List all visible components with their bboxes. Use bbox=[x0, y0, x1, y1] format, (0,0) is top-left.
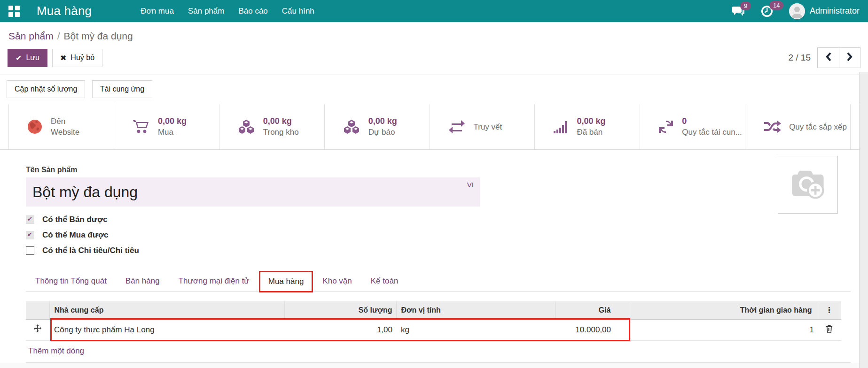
can-be-purchased-checkbox[interactable] bbox=[26, 231, 34, 239]
save-button[interactable]: ✔ Lưu bbox=[8, 49, 47, 67]
camera-plus-icon bbox=[788, 164, 828, 206]
globe-icon bbox=[27, 119, 43, 135]
add-line-link[interactable]: Thêm một dòng bbox=[28, 346, 84, 356]
product-name-value: Bột mỳ đa dụng bbox=[26, 177, 480, 207]
tab-ke-toan[interactable]: Kế toán bbox=[361, 271, 408, 291]
tab-kho-van[interactable]: Kho vận bbox=[313, 271, 361, 291]
trash-icon bbox=[826, 326, 833, 335]
stat-button-putaway-rules[interactable]: Quy tắc sắp xếp bbox=[745, 104, 851, 149]
discard-button[interactable]: ✖ Huỷ bỏ bbox=[52, 49, 102, 67]
pager-count: 2 / 15 bbox=[788, 53, 811, 63]
can-be-purchased-row: Có thể Mua được bbox=[26, 230, 868, 240]
messages-button[interactable]: 9 bbox=[732, 6, 745, 17]
can-be-sold-checkbox[interactable] bbox=[26, 215, 34, 224]
scrollbar-gutter[interactable] bbox=[859, 72, 868, 368]
table-header-row: Nhà cung cấp Số lượng Đơn vị tính Giá Th… bbox=[26, 301, 841, 319]
menu-item-don-mua[interactable]: Đơn mua bbox=[141, 7, 174, 16]
can-be-expensed-label: Có thể là Chi tiêu/Chi tiêu bbox=[42, 246, 139, 255]
activities-badge: 14 bbox=[769, 1, 783, 10]
stat-button-website[interactable]: Đến Website bbox=[9, 104, 114, 149]
breadcrumb-parent[interactable]: Sản phẩm bbox=[8, 31, 54, 41]
product-flags: Có thể Bán được Có thể Mua được Có thể l… bbox=[26, 215, 868, 255]
chevron-left-icon bbox=[825, 52, 832, 63]
product-name-label: Tên Sản phẩm bbox=[26, 166, 868, 174]
cell-quantity[interactable]: 1,00 bbox=[284, 319, 396, 340]
chart-bars-icon bbox=[553, 119, 569, 135]
column-header-price[interactable]: Giá bbox=[555, 301, 629, 319]
check-icon: ✔ bbox=[16, 54, 22, 62]
stat-button-sold[interactable]: 0,00 kg Đã bán bbox=[535, 104, 640, 149]
cell-price[interactable]: 10.000,00 bbox=[555, 319, 629, 340]
pager-next-button[interactable] bbox=[839, 48, 860, 68]
top-navbar: Mua hàng Đơn mua Sản phẩm Báo cáo Cấu hì… bbox=[0, 0, 868, 22]
form-sheet: Tên Sản phẩm Bột mỳ đa dụng VI Có thể Bá… bbox=[0, 166, 868, 255]
can-be-sold-label: Có thể Bán được bbox=[42, 215, 108, 224]
stat-button-bar: Đến Website 0,00 kg Mua 0,00 kg Trong kh… bbox=[0, 104, 859, 150]
apps-menu-icon[interactable] bbox=[8, 6, 20, 17]
breadcrumb-current: Bột mỳ đa dụng bbox=[64, 31, 133, 41]
pager-previous-button[interactable] bbox=[818, 48, 839, 68]
replenish-button[interactable]: Tái cung ứng bbox=[92, 80, 152, 98]
cart-icon bbox=[132, 119, 150, 135]
exchange-icon bbox=[448, 120, 466, 134]
stat-button-on-hand[interactable]: 0,00 kg Trong kho bbox=[219, 104, 325, 149]
x-icon: ✖ bbox=[60, 54, 66, 62]
language-tag[interactable]: VI bbox=[467, 181, 474, 189]
chevron-right-icon bbox=[846, 52, 853, 63]
handle-column-header bbox=[26, 301, 49, 319]
tab-thuong-mai-dien-tu[interactable]: Thương mại điện tử bbox=[169, 271, 259, 291]
stat-button-traceability[interactable]: Truy vết bbox=[430, 104, 535, 149]
stat-button-reordering-rules[interactable]: 0 Quy tắc tái cun... bbox=[640, 104, 745, 149]
can-be-purchased-label: Có thể Mua được bbox=[42, 230, 109, 240]
column-header-quantity[interactable]: Số lượng bbox=[284, 301, 396, 319]
avatar[interactable] bbox=[789, 3, 805, 19]
column-header-uom[interactable]: Đơn vị tính bbox=[396, 301, 555, 319]
breadcrumb-separator: / bbox=[54, 31, 64, 41]
column-header-vendor[interactable]: Nhà cung cấp bbox=[49, 301, 284, 319]
shuffle-icon bbox=[763, 120, 781, 134]
stat-button-forecasted[interactable]: 0,00 kg Dự báo bbox=[325, 104, 430, 149]
pager: 2 / 15 bbox=[788, 47, 860, 68]
move-icon bbox=[33, 326, 42, 335]
cell-uom[interactable]: kg bbox=[396, 319, 555, 340]
menu-item-san-pham[interactable]: Sản phẩm bbox=[188, 7, 225, 16]
update-quantity-button[interactable]: Cập nhật số lượng bbox=[7, 80, 85, 98]
refresh-icon bbox=[658, 119, 674, 135]
product-name-input[interactable]: Bột mỳ đa dụng VI bbox=[26, 177, 480, 207]
stat-button-purchased[interactable]: 0,00 kg Mua bbox=[114, 104, 219, 149]
vendor-row[interactable]: Công ty thực phẩm Hạ Long 1,00 kg 10.000… bbox=[26, 319, 841, 340]
can-be-expensed-row: Có thể là Chi tiêu/Chi tiêu bbox=[26, 246, 868, 255]
page-footer bbox=[0, 363, 868, 368]
activities-button[interactable]: 14 bbox=[761, 5, 773, 17]
user-name[interactable]: Administrator bbox=[810, 6, 860, 16]
menu-item-cau-hinh[interactable]: Cấu hình bbox=[282, 7, 314, 16]
breadcrumb: Sản phẩm/Bột mỳ đa dụng bbox=[0, 22, 868, 42]
cell-vendor[interactable]: Công ty thực phẩm Hạ Long bbox=[49, 319, 284, 340]
optional-columns-icon[interactable]: ⋮ bbox=[817, 301, 841, 319]
menu-item-bao-cao[interactable]: Báo cáo bbox=[238, 7, 267, 16]
delete-row-button[interactable] bbox=[817, 319, 841, 340]
column-header-delivery-lead-time[interactable]: Thời gian giao hàng bbox=[629, 301, 817, 319]
cubes-icon bbox=[237, 119, 255, 135]
cubes-icon bbox=[343, 119, 360, 135]
drag-handle[interactable] bbox=[26, 319, 49, 340]
tab-mua-hang[interactable]: Mua hàng bbox=[259, 271, 313, 292]
tab-ban-hang[interactable]: Bán hàng bbox=[116, 271, 169, 291]
can-be-sold-row: Có thể Bán được bbox=[26, 215, 868, 224]
tab-thong-tin-tong-quat[interactable]: Thông tin Tổng quát bbox=[26, 271, 116, 291]
notebook-tabs: Thông tin Tổng quát Bán hàng Thương mại … bbox=[26, 268, 851, 292]
vendor-pricelist-table: Nhà cung cấp Số lượng Đơn vị tính Giá Th… bbox=[26, 301, 841, 341]
product-image-upload[interactable] bbox=[778, 156, 838, 214]
messages-badge: 9 bbox=[740, 1, 751, 10]
control-panel: ✔ Lưu ✖ Huỷ bỏ 2 / 15 bbox=[0, 42, 868, 75]
form-header-buttons: Cập nhật số lượng Tái cung ứng bbox=[0, 75, 868, 104]
main-menu: Đơn mua Sản phẩm Báo cáo Cấu hình bbox=[141, 7, 314, 16]
cell-delivery-lead-time[interactable]: 1 bbox=[629, 319, 817, 340]
app-title[interactable]: Mua hàng bbox=[37, 4, 92, 18]
can-be-expensed-checkbox[interactable] bbox=[26, 246, 34, 255]
